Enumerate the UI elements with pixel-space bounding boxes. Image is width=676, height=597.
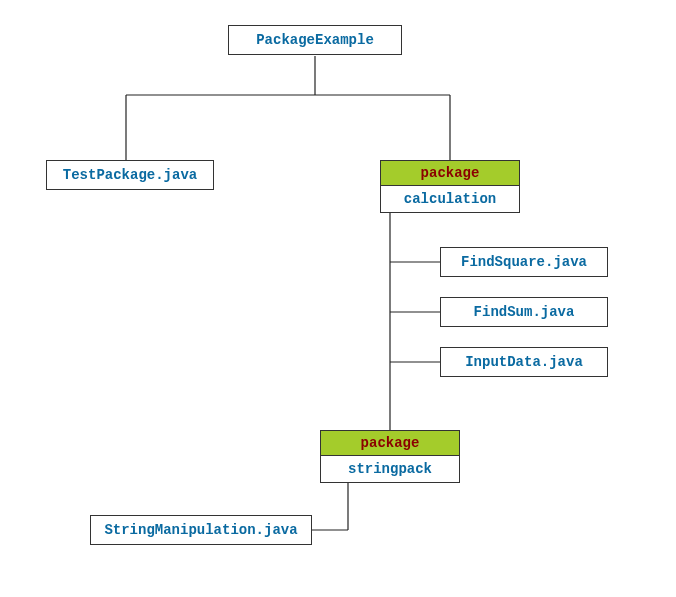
label: InputData.java [465, 354, 583, 370]
node-package-example: PackageExample [228, 25, 402, 55]
node-testpackage: TestPackage.java [46, 160, 214, 190]
package-name: stringpack [321, 456, 459, 482]
label: StringManipulation.java [104, 522, 297, 538]
node-package-stringpack: package stringpack [320, 430, 460, 483]
package-header: package [381, 161, 519, 186]
node-findsum: FindSum.java [440, 297, 608, 327]
package-header: package [321, 431, 459, 456]
node-package-calculation: package calculation [380, 160, 520, 213]
node-stringmanipulation: StringManipulation.java [90, 515, 312, 545]
label: PackageExample [256, 32, 374, 48]
label: TestPackage.java [63, 167, 197, 183]
package-name: calculation [381, 186, 519, 212]
node-findsquare: FindSquare.java [440, 247, 608, 277]
label: FindSum.java [474, 304, 575, 320]
label: FindSquare.java [461, 254, 587, 270]
node-inputdata: InputData.java [440, 347, 608, 377]
